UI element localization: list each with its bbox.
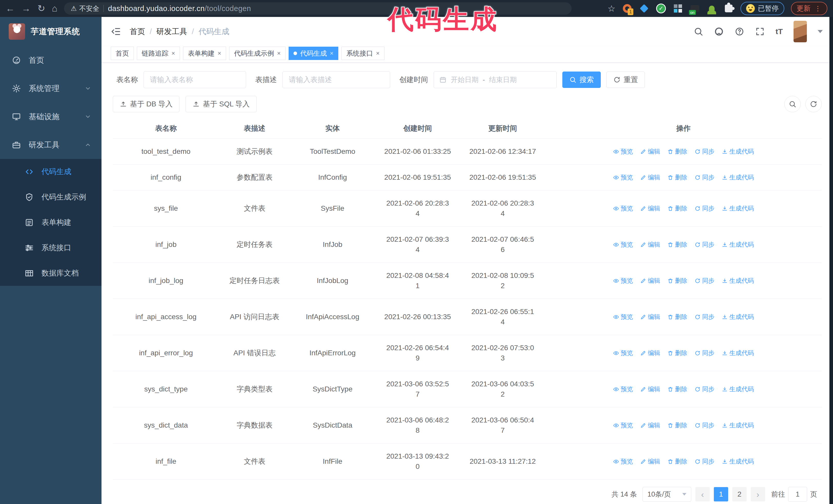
extension-switch-icon[interactable] [690,3,700,14]
download-action-link[interactable]: 生成代码 [722,203,754,214]
refresh-table-button[interactable] [805,96,822,112]
eye-action-link[interactable]: 预览 [613,456,633,466]
download-action-link[interactable]: 生成代码 [722,312,754,322]
close-icon[interactable]: × [277,50,281,57]
sidebar-item-0[interactable]: 首页 [0,46,101,74]
eye-action-link[interactable]: 预览 [613,348,633,358]
download-action-link[interactable]: 生成代码 [722,384,754,394]
sidebar-subitem-2[interactable]: 表单构建 [0,210,101,235]
sidebar-subitem-0[interactable]: 代码生成 [0,159,101,184]
download-action-link[interactable]: 生成代码 [722,146,754,157]
home-icon[interactable]: ⌂ [52,4,57,13]
trash-action-link[interactable]: 删除 [667,172,687,183]
eye-action-link[interactable]: 预览 [613,312,633,322]
sync-action-link[interactable]: 同步 [695,203,715,214]
eye-action-link[interactable]: 预览 [613,146,633,157]
page-size-select[interactable]: 10条/页 [643,487,691,502]
sql-import-button[interactable]: 基于 SQL 导入 [186,96,257,112]
trash-action-link[interactable]: 删除 [667,239,687,250]
sync-action-link[interactable]: 同步 [695,172,715,183]
chrome-update-button[interactable]: 更新 ⋮ [791,2,827,15]
github-icon[interactable] [714,27,724,37]
reload-icon[interactable]: ↻ [38,4,45,13]
trash-action-link[interactable]: 删除 [667,348,687,358]
search-button[interactable]: 搜索 [562,72,601,88]
profile-paused-chip[interactable]: 已暂停 [740,2,784,15]
back-icon[interactable]: ← [6,4,15,13]
eye-action-link[interactable]: 预览 [613,420,633,430]
eye-action-link[interactable]: 预览 [613,239,633,250]
sync-action-link[interactable]: 同步 [695,384,715,394]
pencil-action-link[interactable]: 编辑 [640,456,660,466]
trash-action-link[interactable]: 删除 [667,146,687,157]
sync-action-link[interactable]: 同步 [695,312,715,322]
pencil-action-link[interactable]: 编辑 [640,239,660,250]
sidebar-item-2[interactable]: 基础设施 [0,102,101,131]
fullscreen-icon[interactable] [755,27,765,37]
user-avatar[interactable] [793,21,807,42]
trash-action-link[interactable]: 删除 [667,420,687,430]
forward-icon[interactable]: → [22,4,31,13]
search-icon[interactable] [694,27,703,37]
docs-question-icon[interactable] [735,27,744,37]
toggle-search-button[interactable] [784,96,801,112]
chevron-down-icon[interactable] [818,30,823,33]
download-action-link[interactable]: 生成代码 [722,275,754,286]
tab-3[interactable]: 代码生成示例× [229,47,286,60]
page-button-2[interactable]: 2 [732,487,747,501]
tab-1[interactable]: 链路追踪× [137,47,180,60]
trash-action-link[interactable]: 删除 [667,203,687,214]
download-action-link[interactable]: 生成代码 [722,420,754,430]
download-action-link[interactable]: 生成代码 [722,348,754,358]
logo[interactable]: 芋道管理系统 [0,17,101,46]
table-desc-input[interactable] [282,71,390,88]
sync-action-link[interactable]: 同步 [695,348,715,358]
eye-action-link[interactable]: 预览 [613,384,633,394]
download-action-link[interactable]: 生成代码 [722,456,754,466]
eye-action-link[interactable]: 预览 [613,275,633,286]
pencil-action-link[interactable]: 编辑 [640,146,660,157]
date-range-picker[interactable]: 开始日期 - 结束日期 [434,71,557,88]
sidebar-item-3[interactable]: 研发工具 [0,131,101,159]
sync-action-link[interactable]: 同步 [695,239,715,250]
extension-person-icon[interactable] [707,3,717,14]
goto-page-input[interactable] [788,487,807,502]
trash-action-link[interactable]: 删除 [667,312,687,322]
eye-action-link[interactable]: 预览 [613,172,633,183]
eye-action-link[interactable]: 预览 [613,203,633,214]
tab-0[interactable]: 首页 [111,47,134,60]
close-icon[interactable]: × [171,50,175,57]
pencil-action-link[interactable]: 编辑 [640,172,660,183]
tab-5[interactable]: 系统接口× [341,47,384,60]
extension-orange-icon[interactable]: 1 [622,3,632,14]
not-secure-warning[interactable]: ⚠ 不安全 [71,4,99,13]
sidebar-subitem-3[interactable]: 系统接口 [0,235,101,261]
sidebar-subitem-1[interactable]: 代码生成示例 [0,184,101,210]
font-size-icon[interactable]: tT [776,27,783,36]
close-icon[interactable]: × [330,50,333,57]
sync-action-link[interactable]: 同步 [695,420,715,430]
trash-action-link[interactable]: 删除 [667,275,687,286]
extension-grid-icon[interactable] [673,3,683,14]
pencil-action-link[interactable]: 编辑 [640,312,660,322]
trash-action-link[interactable]: 删除 [667,456,687,466]
page-button-1[interactable]: 1 [714,487,728,501]
sidebar-subitem-4[interactable]: 数据库文档 [0,261,101,286]
download-action-link[interactable]: 生成代码 [722,239,754,250]
breadcrumb-tools[interactable]: 研发工具 [156,26,187,37]
breadcrumb-home[interactable]: 首页 [130,26,145,37]
prev-page-button[interactable]: ‹ [695,487,710,501]
sidebar-fold-icon[interactable] [111,26,121,37]
reset-button[interactable]: 重置 [606,72,645,88]
download-action-link[interactable]: 生成代码 [722,172,754,183]
close-icon[interactable]: × [218,50,221,57]
db-import-button[interactable]: 基于 DB 导入 [113,96,180,112]
trash-action-link[interactable]: 删除 [667,384,687,394]
pencil-action-link[interactable]: 编辑 [640,384,660,394]
sync-action-link[interactable]: 同步 [695,456,715,466]
pencil-action-link[interactable]: 编辑 [640,420,660,430]
extension-puzzle-icon[interactable] [723,3,734,14]
sidebar-item-1[interactable]: 系统管理 [0,74,101,102]
kebab-menu-icon[interactable]: ⋮ [814,5,822,13]
sync-action-link[interactable]: 同步 [695,146,715,157]
